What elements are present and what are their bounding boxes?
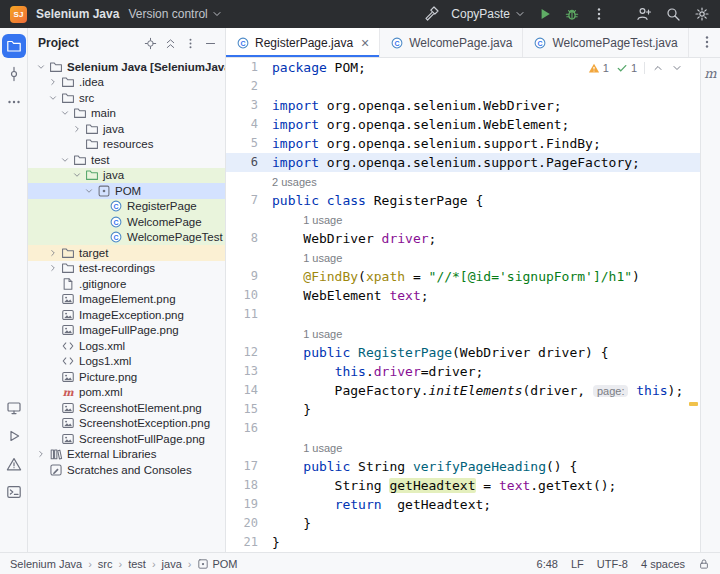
collapse-all-icon[interactable] bbox=[164, 37, 177, 50]
run-configuration-selector[interactable]: CopyPaste bbox=[451, 7, 526, 21]
maven-tool-button[interactable]: m bbox=[704, 66, 716, 81]
usages-inlay[interactable]: 1 usage bbox=[272, 439, 342, 458]
line-number[interactable]: 15 bbox=[226, 400, 272, 419]
tree-item-picture-png[interactable]: Picture.png bbox=[28, 369, 225, 385]
chevron-down-icon[interactable] bbox=[70, 170, 83, 180]
chevron-right-icon[interactable] bbox=[70, 124, 83, 134]
chevron-right-icon[interactable] bbox=[46, 263, 59, 273]
line-number[interactable]: 11 bbox=[226, 305, 272, 324]
tree-item-welcomepage[interactable]: CWelcomePage bbox=[28, 214, 225, 230]
code-line[interactable]: 2 bbox=[226, 77, 700, 96]
code-line[interactable]: 12 public RegisterPage(WebDriver driver)… bbox=[226, 343, 700, 362]
tab-welcomepage-java[interactable]: CWelcomePage.java bbox=[380, 28, 523, 57]
tree-item-selenium-java-seleniumjava[interactable]: Selenium Java [SeleniumJava]~/IdeaProje bbox=[28, 59, 225, 75]
line-number[interactable]: 9 bbox=[226, 267, 272, 286]
chevron-down-icon[interactable] bbox=[46, 93, 59, 103]
next-problem-icon[interactable] bbox=[671, 62, 683, 74]
more-actions-button[interactable] bbox=[591, 6, 607, 22]
code-line[interactable]: 10 WebElement text; bbox=[226, 286, 700, 305]
options-icon[interactable] bbox=[184, 37, 197, 50]
usages-inlay[interactable]: 2 usages bbox=[272, 173, 317, 192]
commit-tool-button[interactable] bbox=[2, 62, 26, 86]
run-tool-button[interactable] bbox=[2, 424, 26, 448]
breadcrumb-java[interactable]: java bbox=[162, 558, 182, 570]
project-panel-title[interactable]: Project bbox=[38, 36, 79, 50]
code-line[interactable]: 7public class RegisterPage { bbox=[226, 191, 700, 210]
run-button[interactable] bbox=[537, 6, 553, 22]
code-line[interactable]: 16 bbox=[226, 419, 700, 438]
code-line[interactable]: 3import org.openqa.selenium.WebDriver; bbox=[226, 96, 700, 115]
line-number[interactable]: 14 bbox=[226, 381, 272, 400]
tree-item-imageelement-png[interactable]: ImageElement.png bbox=[28, 292, 225, 308]
previous-problem-icon[interactable] bbox=[652, 62, 664, 74]
line-number[interactable]: 10 bbox=[226, 286, 272, 305]
project-widget[interactable]: Selenium Java bbox=[36, 7, 119, 21]
inlay-hint-row[interactable]: 2 usages bbox=[226, 172, 700, 191]
usages-inlay[interactable]: 1 usage bbox=[272, 325, 342, 344]
build-button[interactable] bbox=[424, 6, 440, 22]
tree-item-registerpage[interactable]: CRegisterPage bbox=[28, 199, 225, 215]
chevron-right-icon[interactable] bbox=[46, 77, 59, 87]
code-line[interactable]: 21} bbox=[226, 533, 700, 552]
line-number[interactable]: 4 bbox=[226, 115, 272, 134]
usages-inlay[interactable]: 1 usage bbox=[272, 211, 342, 230]
problems-tool-button[interactable] bbox=[2, 452, 26, 476]
breadcrumb-src[interactable]: src bbox=[98, 558, 113, 570]
tree-item-screenshotfullpage-png[interactable]: ScreenshotFullPage.png bbox=[28, 431, 225, 447]
line-number[interactable]: 21 bbox=[226, 533, 272, 552]
tree-item-external-libraries[interactable]: External Libraries bbox=[28, 447, 225, 463]
chevron-right-icon[interactable] bbox=[34, 449, 47, 459]
app-logo[interactable]: SJ bbox=[10, 6, 27, 23]
code-line[interactable]: 20 } bbox=[226, 514, 700, 533]
tree-item-screenshotexception-png[interactable]: ScreenshotException.png bbox=[28, 416, 225, 432]
more-tool-windows-button[interactable] bbox=[2, 90, 26, 114]
tree-item-logs-xml[interactable]: Logs.xml bbox=[28, 338, 225, 354]
editor[interactable]: 1package POM;23import org.openqa.seleniu… bbox=[226, 58, 700, 552]
tree-item-main[interactable]: main bbox=[28, 106, 225, 122]
code-with-me-button[interactable] bbox=[636, 6, 652, 22]
search-everywhere-button[interactable] bbox=[665, 6, 681, 22]
tree-item-imagefullpage-png[interactable]: ImageFullPage.png bbox=[28, 323, 225, 339]
inspections-widget[interactable]: 1 1 bbox=[581, 60, 690, 76]
code-line[interactable]: 19 return getHeadtext; bbox=[226, 495, 700, 514]
tab-registerpage-java[interactable]: CRegisterPage.java× bbox=[226, 28, 380, 57]
line-number[interactable]: 1 bbox=[226, 58, 272, 77]
tree-item-pom-xml[interactable]: mpom.xml bbox=[28, 385, 225, 401]
tree-item-src[interactable]: src bbox=[28, 90, 225, 106]
chevron-down-icon[interactable] bbox=[58, 108, 71, 118]
debug-button[interactable] bbox=[564, 6, 580, 22]
code-line[interactable]: 15 } bbox=[226, 400, 700, 419]
code-line[interactable]: 6import org.openqa.selenium.support.Page… bbox=[226, 153, 700, 172]
tree-item-java[interactable]: java bbox=[28, 168, 225, 184]
services-tool-button[interactable] bbox=[2, 396, 26, 420]
vcs-widget[interactable]: Version control bbox=[128, 7, 222, 21]
code-line[interactable]: 18 String getHeadtext = text.getText(); bbox=[226, 476, 700, 495]
tree-item-test[interactable]: test bbox=[28, 152, 225, 168]
hide-panel-icon[interactable] bbox=[204, 37, 217, 50]
breadcrumb-test[interactable]: test bbox=[128, 558, 146, 570]
code-line[interactable]: 13 this.driver=driver; bbox=[226, 362, 700, 381]
line-number[interactable]: 5 bbox=[226, 134, 272, 153]
line-number[interactable]: 17 bbox=[226, 457, 272, 476]
tree-item-target[interactable]: target bbox=[28, 245, 225, 261]
line-number[interactable]: 7 bbox=[226, 191, 272, 210]
code-line[interactable]: 4import org.openqa.selenium.WebElement; bbox=[226, 115, 700, 134]
line-number[interactable]: 16 bbox=[226, 419, 272, 438]
breadcrumb-pom[interactable]: POM bbox=[197, 558, 237, 570]
line-number[interactable]: 18 bbox=[226, 476, 272, 495]
warnings-indicator[interactable]: 1 bbox=[588, 62, 609, 74]
tree-item-screenshotelement-png[interactable]: ScreenshotElement.png bbox=[28, 400, 225, 416]
line-number[interactable]: 8 bbox=[226, 229, 272, 248]
chevron-right-icon[interactable] bbox=[46, 248, 59, 258]
terminal-tool-button[interactable] bbox=[2, 480, 26, 504]
inlay-hint-row[interactable]: 1 usage bbox=[226, 210, 700, 229]
close-tab-icon[interactable]: × bbox=[361, 36, 369, 50]
tree-item-idea[interactable]: .idea bbox=[28, 75, 225, 91]
settings-button[interactable] bbox=[694, 6, 710, 22]
code-line[interactable]: 5import org.openqa.selenium.support.Find… bbox=[226, 134, 700, 153]
chevron-down-icon[interactable] bbox=[82, 186, 95, 196]
tree-item-java[interactable]: java bbox=[28, 121, 225, 137]
line-number[interactable]: 19 bbox=[226, 495, 272, 514]
line-separator[interactable]: LF bbox=[571, 558, 584, 570]
breadcrumb-selenium-java[interactable]: Selenium Java bbox=[10, 558, 82, 570]
